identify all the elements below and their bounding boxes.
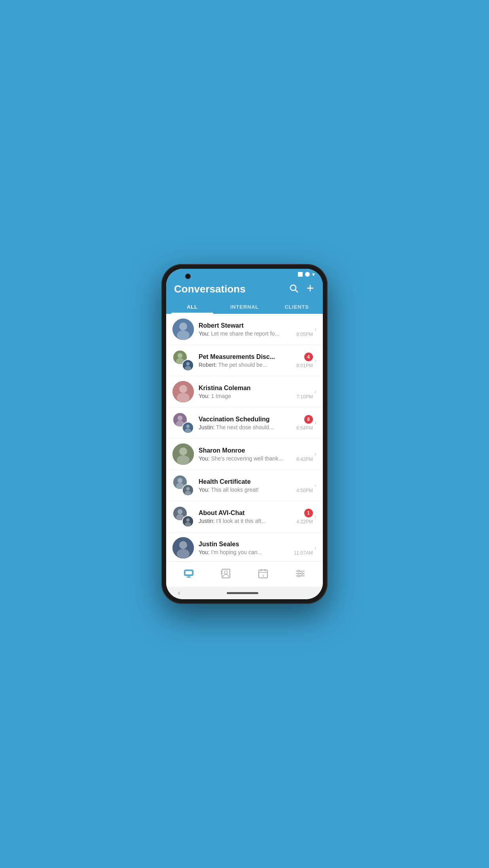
nav-settings[interactable] [282,566,319,583]
svg-point-30 [185,491,191,496]
preview-sender: You: [199,487,210,493]
conversation-item[interactable]: Vaccination Scheduling Justin: The next … [166,408,323,439]
svg-point-26 [178,478,183,483]
conversation-preview: You: She's recovering well thank... [199,455,293,462]
conversation-meta: 6:42PM [296,446,313,462]
phone-screen: ▾ Conversations [166,269,323,599]
svg-text:1: 1 [262,574,264,577]
preview-sender: You: [199,455,210,462]
app-header: Conversations [166,280,323,300]
conversation-meta: 8 6:54PM [296,415,313,431]
avatar-group [172,350,194,371]
svg-point-36 [185,522,191,527]
svg-line-1 [296,290,298,292]
nav-conversations[interactable] [170,566,207,583]
timestamp: 4:22PM [296,519,313,525]
back-button[interactable]: ‹ [178,589,180,596]
preview-sender: You: [199,393,210,399]
conversation-name: About AVI-Chat [199,509,293,517]
svg-point-32 [178,509,183,514]
tab-all[interactable]: ALL [166,300,218,314]
avatar [172,381,194,402]
conversation-item[interactable]: Justin Seales You: I'm hoping you can...… [166,532,323,561]
conversation-meta: 1 4:22PM [296,509,313,525]
avatar-group [172,412,194,434]
conversation-name: Kristina Coleman [199,385,293,392]
conversation-content: Robert Stewart You: Let me share the rep… [199,322,293,337]
chevron-right-icon: › [315,544,317,551]
conversation-content: Vaccination Scheduling Justin: The next … [199,416,293,430]
conversation-preview: You: This all looks great! [199,487,293,493]
preview-sender: Robert: [199,362,217,368]
add-icon[interactable] [305,283,315,295]
nav-contacts[interactable] [207,566,244,583]
status-icons: ▾ [298,271,315,277]
preview-message: The pet should be... [218,362,267,368]
conversation-content: Health Certificate You: This all looks g… [199,478,293,493]
unread-badge: 4 [304,353,313,361]
preview-message: She's recovering well thank... [211,455,283,462]
tabs: ALL INTERNAL CLIENTS [166,300,323,314]
svg-point-11 [186,362,190,366]
svg-point-39 [177,549,190,559]
home-bar[interactable] [227,592,258,594]
timestamp: 8:01PM [296,363,313,368]
conversation-item[interactable]: Pet Measurements Disc... Robert: The pet… [166,345,323,376]
preview-message: 1 Image [211,393,231,399]
svg-point-23 [179,447,187,455]
conversation-preview: You: 1 Image [199,393,293,399]
conversation-meta: 8:05PM [296,321,313,337]
conversation-name: Vaccination Scheduling [199,416,293,423]
settings-nav-icon [295,568,305,580]
conversation-meta: 11:07AM [294,540,313,556]
bottom-nav: 1 [166,561,323,587]
timestamp: 7:10PM [296,394,313,400]
tab-clients[interactable]: CLIENTS [271,300,323,314]
conversation-list: Robert Stewart You: Let me share the rep… [166,314,323,561]
svg-point-20 [186,425,190,428]
conversation-item[interactable]: Health Certificate You: This all looks g… [166,470,323,501]
conversation-meta: 4 8:01PM [296,353,313,368]
conversation-preview: Justin: I'll look at it this aft... [199,518,293,524]
nav-calendar[interactable]: 1 [244,566,282,583]
chevron-right-icon: › [315,451,317,458]
conversation-meta: 7:10PM [296,384,313,400]
preview-message: The next dose should... [216,424,274,430]
timestamp: 6:42PM [296,457,313,462]
search-icon[interactable] [289,283,298,295]
conversation-preview: You: Let me share the report fo... [199,330,293,337]
avatar [172,537,194,559]
conversation-item[interactable]: Sharon Monroe You: She's recovering well… [166,439,323,470]
conversation-item[interactable]: Robert Stewart You: Let me share the rep… [166,314,323,345]
preview-message: This all looks great! [211,487,259,493]
conversations-nav-icon [184,568,194,580]
header-actions [289,283,315,295]
conversation-content: Justin Seales You: I'm hoping you can... [199,541,291,555]
avatar-group [172,506,194,527]
preview-message: Let me share the report fo... [211,330,279,337]
preview-sender: Justin: [199,518,214,524]
tab-internal[interactable]: INTERNAL [218,300,271,314]
chevron-right-icon: › [315,513,317,520]
battery-icon [298,272,303,277]
svg-rect-41 [185,571,192,575]
svg-point-58 [298,575,300,577]
conversation-name: Sharon Monroe [199,447,293,454]
avatar [172,443,194,465]
contacts-nav-icon [221,568,231,580]
conversation-content: Kristina Coleman You: 1 Image [199,385,293,399]
svg-point-6 [177,330,190,340]
conversation-content: Sharon Monroe You: She's recovering well… [199,447,293,462]
preview-sender: You: [199,549,210,555]
camera-dot [185,274,191,279]
avatar [172,319,194,340]
conversation-item[interactable]: About AVI-Chat Justin: I'll look at it t… [166,501,323,532]
conversation-item[interactable]: Kristina Coleman You: 1 Image 7:10PM › [166,376,323,408]
chevron-right-icon: › [315,326,317,333]
svg-point-56 [298,570,300,572]
svg-point-17 [178,415,183,421]
svg-point-12 [185,366,191,371]
conversation-content: Pet Measurements Disc... Robert: The pet… [199,353,293,368]
svg-point-45 [224,571,227,574]
svg-point-35 [186,518,190,522]
